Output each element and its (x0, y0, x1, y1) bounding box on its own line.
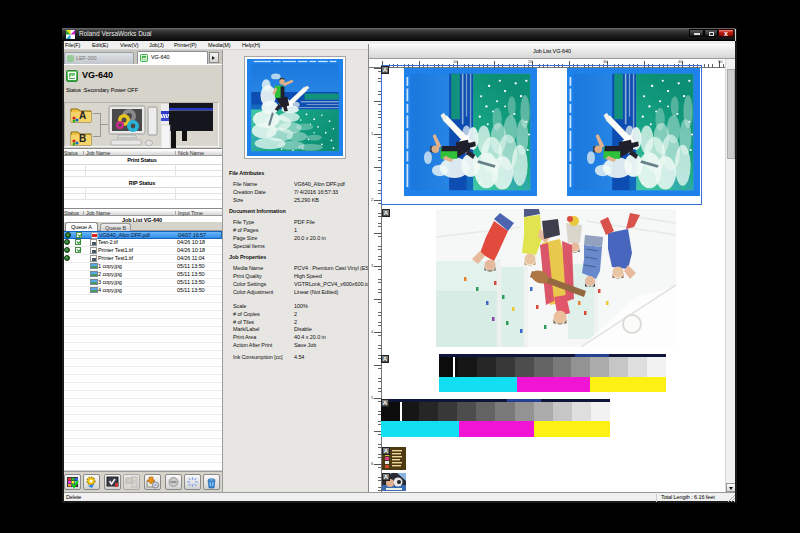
svg-text:B: B (79, 133, 86, 144)
svg-text:A: A (79, 110, 86, 121)
